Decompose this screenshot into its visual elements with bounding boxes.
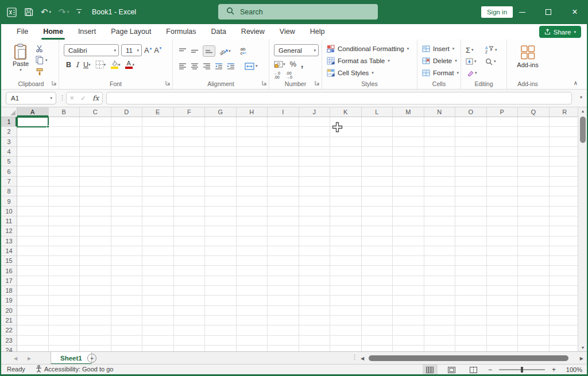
- format-as-table-button[interactable]: Format as Table▾: [322, 55, 417, 67]
- column-header-d[interactable]: D: [111, 107, 143, 117]
- new-sheet-button[interactable]: +: [87, 354, 96, 363]
- format-cells-button[interactable]: Format▾: [417, 67, 461, 79]
- row-header-23[interactable]: 23: [1, 336, 17, 346]
- row-header-13[interactable]: 13: [1, 237, 17, 246]
- scroll-left-icon[interactable]: ◀: [361, 356, 364, 361]
- insert-cells-button[interactable]: Insert▾: [417, 42, 461, 55]
- decrease-decimal-button[interactable]: .00→0: [286, 71, 292, 79]
- paste-button[interactable]: Paste ▾: [9, 42, 32, 80]
- column-header-j[interactable]: J: [299, 107, 331, 117]
- align-left-button[interactable]: [179, 63, 187, 69]
- column-header-r[interactable]: R: [550, 107, 578, 117]
- row-header-11[interactable]: 11: [1, 216, 17, 226]
- vertical-scrollbar[interactable]: ▲ ▼: [578, 107, 587, 351]
- middle-align-button[interactable]: [191, 48, 199, 55]
- row-header-19[interactable]: 19: [1, 296, 17, 305]
- insert-function-button[interactable]: fx: [92, 94, 99, 102]
- column-header-e[interactable]: E: [142, 107, 174, 117]
- orientation-button[interactable]: ab▾: [219, 48, 231, 55]
- center-button[interactable]: [191, 63, 199, 69]
- decrease-indent-button[interactable]: [215, 63, 223, 69]
- collapse-ribbon-button[interactable]: ∧: [574, 80, 578, 86]
- row-header-24[interactable]: 24: [1, 346, 17, 351]
- row-header-20[interactable]: 20: [1, 306, 17, 316]
- search-box[interactable]: Search: [218, 4, 378, 20]
- fill-button[interactable]: ▾: [466, 56, 485, 67]
- zoom-out-button[interactable]: −: [488, 366, 492, 374]
- row-header-10[interactable]: 10: [1, 207, 17, 216]
- row-header-21[interactable]: 21: [1, 316, 17, 325]
- zoom-slider[interactable]: [499, 369, 545, 370]
- increase-font-size-button[interactable]: A▴: [144, 46, 152, 55]
- minimize-button[interactable]: [509, 0, 535, 24]
- column-header-c[interactable]: C: [80, 107, 111, 117]
- number-dialog-launcher[interactable]: [315, 79, 320, 87]
- tab-formulas[interactable]: Formulas: [158, 24, 203, 40]
- scrollbar-grip[interactable]: ⋮: [351, 354, 358, 361]
- column-header-g[interactable]: G: [205, 107, 237, 117]
- column-header-h[interactable]: H: [237, 107, 268, 117]
- underline-button[interactable]: U▾: [83, 61, 91, 69]
- alignment-dialog-launcher[interactable]: [262, 79, 267, 87]
- font-color-button[interactable]: A ▾: [125, 60, 135, 69]
- close-button[interactable]: ×: [562, 0, 588, 24]
- sort-filter-button[interactable]: AZ ▾: [485, 44, 505, 56]
- column-header-a[interactable]: A: [17, 107, 49, 117]
- clear-button[interactable]: ▾: [466, 67, 485, 79]
- row-header-2[interactable]: 2: [1, 127, 17, 137]
- zoom-in-button[interactable]: +: [552, 366, 556, 374]
- undo-button[interactable]: ↶▾: [41, 7, 51, 17]
- clipboard-dialog-launcher[interactable]: [52, 79, 57, 87]
- column-header-i[interactable]: I: [268, 107, 299, 117]
- selected-cell-a1[interactable]: [17, 117, 49, 127]
- column-header-p[interactable]: P: [487, 107, 519, 117]
- conditional-formatting-button[interactable]: Conditional Formatting▾: [322, 42, 417, 55]
- horizontal-scroll-thumb[interactable]: [369, 355, 568, 361]
- font-dialog-launcher[interactable]: [165, 79, 171, 87]
- column-header-m[interactable]: M: [393, 107, 424, 117]
- tab-home[interactable]: Home: [36, 24, 71, 40]
- row-header-5[interactable]: 5: [1, 157, 17, 166]
- cells-area[interactable]: [17, 117, 578, 351]
- format-painter-button[interactable]: [36, 67, 48, 76]
- page-break-preview-button[interactable]: [466, 365, 481, 375]
- tab-view[interactable]: View: [272, 24, 303, 40]
- column-header-q[interactable]: Q: [518, 107, 550, 117]
- percent-style-button[interactable]: %: [290, 60, 297, 68]
- row-header-15[interactable]: 15: [1, 256, 17, 266]
- italic-button[interactable]: I: [76, 60, 79, 69]
- column-header-o[interactable]: O: [455, 107, 487, 117]
- row-header-16[interactable]: 16: [1, 266, 17, 276]
- column-header-f[interactable]: F: [174, 107, 206, 117]
- number-format-select[interactable]: General▾: [274, 44, 319, 56]
- row-header-1[interactable]: 1: [1, 117, 17, 127]
- accessibility-status[interactable]: Accessibility: Good to go: [36, 365, 113, 373]
- customize-quick-access-toolbar-button[interactable]: ▾: [76, 9, 82, 15]
- decrease-font-size-button[interactable]: A▾: [154, 46, 161, 55]
- increase-indent-button[interactable]: [227, 63, 235, 69]
- merge-and-center-button[interactable]: ▾: [245, 63, 258, 70]
- fill-handle[interactable]: [47, 125, 49, 128]
- row-header-3[interactable]: 3: [1, 137, 17, 147]
- cut-button[interactable]: [36, 44, 48, 53]
- copy-button[interactable]: ▾: [36, 56, 48, 64]
- tab-help[interactable]: Help: [303, 24, 332, 40]
- scroll-up-icon[interactable]: ▲: [578, 109, 587, 113]
- name-box-grip[interactable]: ⋮: [59, 94, 65, 102]
- row-header-14[interactable]: 14: [1, 246, 17, 256]
- formula-input[interactable]: [106, 92, 572, 104]
- share-button[interactable]: Share▾: [539, 26, 581, 38]
- borders-button[interactable]: ▾: [95, 60, 106, 69]
- tab-insert[interactable]: Insert: [71, 24, 103, 40]
- sheet-tab-sheet1[interactable]: Sheet1: [51, 352, 92, 365]
- font-name-select[interactable]: Calibri▾: [64, 44, 119, 56]
- tab-review[interactable]: Review: [234, 24, 272, 40]
- delete-cells-button[interactable]: Delete▾: [417, 55, 461, 67]
- share-dropdown-icon[interactable]: ▾: [574, 30, 576, 34]
- row-header-7[interactable]: 7: [1, 177, 17, 187]
- increase-decimal-button[interactable]: ←0.00: [274, 71, 280, 79]
- top-align-button[interactable]: [179, 48, 187, 55]
- horizontal-scrollbar[interactable]: ◀ ▶: [361, 352, 577, 365]
- bold-button[interactable]: B: [66, 61, 71, 69]
- wrap-text-button[interactable]: abc↩: [241, 47, 247, 55]
